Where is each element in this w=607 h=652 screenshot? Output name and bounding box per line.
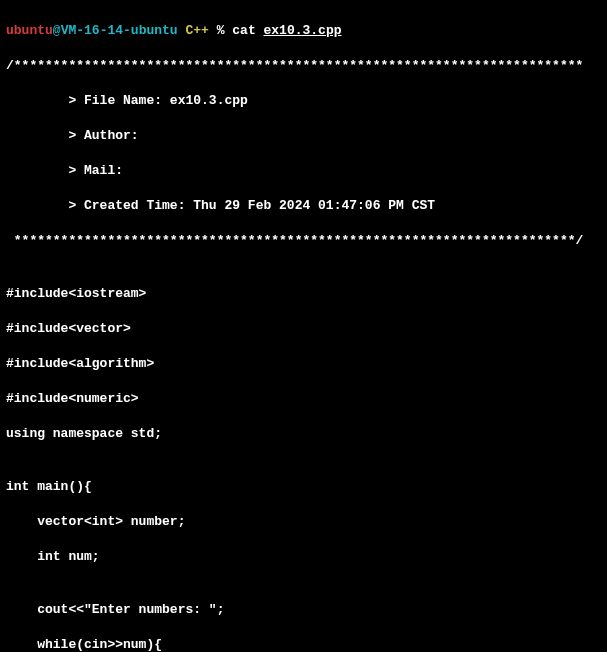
prompt-arg: ex10.3.cpp (264, 23, 342, 38)
code-line: vector<int> number; (6, 513, 601, 531)
prompt-cmd: cat (232, 23, 263, 38)
comment-top: /***************************************… (6, 57, 601, 75)
terminal[interactable]: ubuntu@VM-16-14-ubuntu C++ % cat ex10.3.… (0, 0, 607, 652)
comment-file: > File Name: ex10.3.cpp (6, 92, 601, 110)
code-line: #include<iostream> (6, 285, 601, 303)
prompt-at: @ (53, 23, 61, 38)
prompt-line-1: ubuntu@VM-16-14-ubuntu C++ % cat ex10.3.… (6, 22, 601, 40)
code-line: cout<<"Enter numbers: "; (6, 601, 601, 619)
prompt-sep: % (209, 23, 232, 38)
code-line: while(cin>>num){ (6, 636, 601, 652)
prompt-host: VM-16-14-ubuntu (61, 23, 178, 38)
code-line: #include<vector> (6, 320, 601, 338)
comment-mail: > Mail: (6, 162, 601, 180)
code-line: #include<numeric> (6, 390, 601, 408)
prompt-dir: C++ (185, 23, 208, 38)
comment-author: > Author: (6, 127, 601, 145)
code-line: using namespace std; (6, 425, 601, 443)
comment-bottom: ****************************************… (6, 232, 601, 250)
prompt-user: ubuntu (6, 23, 53, 38)
code-line: int main(){ (6, 478, 601, 496)
code-line: int num; (6, 548, 601, 566)
code-line: #include<algorithm> (6, 355, 601, 373)
comment-created: > Created Time: Thu 29 Feb 2024 01:47:06… (6, 197, 601, 215)
